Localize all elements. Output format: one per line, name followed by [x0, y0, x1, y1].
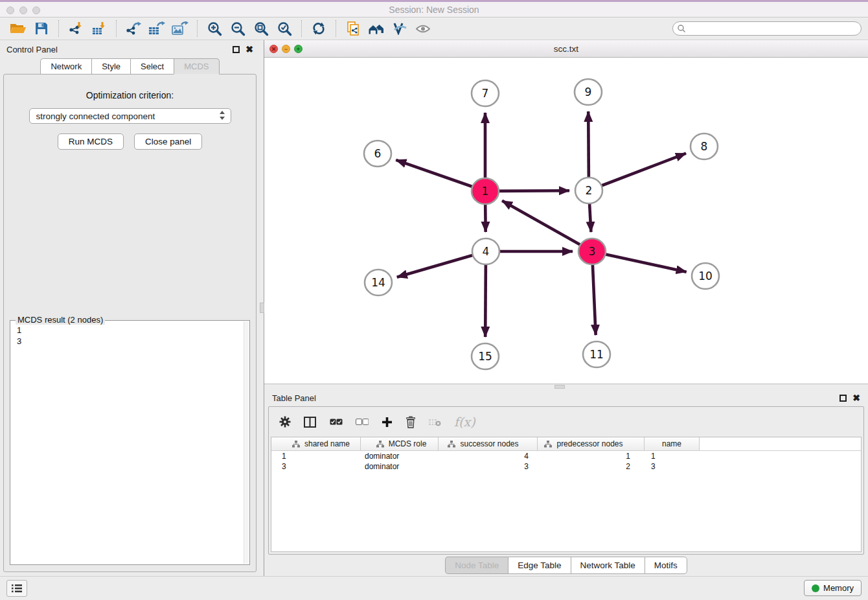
cell-mcds-role[interactable]: dominator — [361, 451, 439, 461]
cell-successor-nodes[interactable]: 4 — [439, 451, 538, 461]
select-all-icon[interactable] — [330, 419, 343, 425]
search-input[interactable] — [686, 24, 857, 33]
task-list-button[interactable] — [6, 580, 27, 597]
tab-mcds[interactable]: MCDS — [174, 58, 219, 75]
export-network-icon[interactable] — [122, 19, 145, 38]
search-field[interactable] — [672, 21, 862, 36]
cell-mcds-role[interactable]: dominator — [361, 461, 439, 472]
function-icon: f(x) — [454, 415, 475, 429]
splitter-handle[interactable] — [260, 303, 264, 313]
cell-shared-name[interactable]: 3 — [271, 461, 361, 472]
column-header-mcds-role[interactable]: MCDS role — [361, 437, 439, 450]
graph-node-1[interactable]: 1 — [472, 178, 499, 204]
export-table-icon[interactable] — [145, 19, 168, 38]
optimization-criterion-label: Optimization criterion: — [86, 90, 174, 100]
graph-edge-2-8[interactable] — [589, 154, 686, 190]
cell-successor-nodes[interactable]: 3 — [439, 461, 538, 472]
graph-node-9[interactable]: 9 — [575, 79, 602, 105]
node-table: shared name MCDS role successor nodes — [271, 437, 862, 552]
toolbar-separator — [197, 20, 198, 37]
vertical-splitter[interactable] — [260, 40, 264, 576]
maximize-network-icon[interactable]: + — [294, 45, 303, 53]
graph-node-8[interactable]: 8 — [691, 133, 718, 159]
float-panel-icon[interactable] — [233, 46, 240, 53]
minimize-window-icon[interactable] — [19, 6, 27, 14]
svg-text:2: 2 — [586, 184, 593, 197]
result-scrollbar[interactable] — [244, 321, 249, 564]
horizontal-splitter[interactable] — [264, 384, 868, 389]
toolbar-separator — [58, 20, 59, 37]
tab-motifs[interactable]: Motifs — [645, 557, 687, 574]
svg-text:9: 9 — [585, 86, 592, 98]
graph-node-2[interactable]: 2 — [575, 178, 602, 203]
open-folder-icon[interactable] — [6, 19, 30, 38]
close-panel-button[interactable]: Close panel — [134, 133, 202, 150]
export-image-icon[interactable] — [168, 19, 192, 38]
copy-network-icon[interactable] — [341, 19, 365, 38]
graph-edge-3-1[interactable] — [502, 201, 592, 251]
tab-edge-table[interactable]: Edge Table — [508, 557, 570, 574]
tab-node-table[interactable]: Node Table — [445, 557, 508, 574]
zoom-fit-icon[interactable] — [249, 19, 273, 38]
delete-icon[interactable] — [405, 416, 416, 428]
save-icon[interactable] — [30, 19, 53, 38]
column-header-shared-name[interactable]: shared name — [271, 437, 361, 450]
import-network-icon[interactable] — [64, 19, 87, 38]
tab-network-table[interactable]: Network Table — [571, 557, 645, 574]
close-window-icon[interactable] — [6, 6, 14, 14]
network-window-title: scc.txt — [554, 44, 578, 54]
graph-node-7[interactable]: 7 — [472, 80, 499, 106]
cell-predecessor-nodes[interactable]: 2 — [538, 461, 645, 472]
graph-edge-3-10[interactable] — [592, 251, 687, 272]
float-panel-icon[interactable] — [839, 395, 847, 402]
status-bar: Memory — [0, 576, 868, 599]
gear-icon[interactable] — [279, 416, 291, 428]
columns-icon[interactable] — [304, 417, 317, 428]
tab-network[interactable]: Network — [40, 58, 91, 75]
minimize-network-icon[interactable]: − — [282, 45, 290, 53]
table-panel-title: Table Panel — [272, 393, 316, 403]
visual-style-icon[interactable] — [388, 19, 411, 38]
mcds-result-line: 3 — [17, 336, 243, 347]
chevron-updown-icon — [219, 110, 225, 122]
graph-node-11[interactable]: 11 — [583, 341, 610, 367]
graph-node-3[interactable]: 3 — [578, 238, 606, 264]
cell-shared-name[interactable]: 1 — [271, 451, 361, 461]
zoom-selected-icon[interactable] — [273, 19, 296, 38]
add-icon[interactable] — [382, 417, 393, 428]
tab-style[interactable]: Style — [91, 58, 130, 75]
close-network-icon[interactable]: ✕ — [269, 45, 278, 53]
run-mcds-button[interactable]: Run MCDS — [58, 133, 124, 150]
zoom-in-icon[interactable] — [203, 19, 226, 38]
column-header-successor-nodes[interactable]: successor nodes — [439, 437, 538, 450]
deselect-all-icon[interactable] — [356, 419, 369, 425]
right-stack: ✕ − + scc.txt 7968124314101511 — [264, 40, 868, 576]
graph-node-10[interactable]: 10 — [692, 263, 719, 289]
column-header-predecessor-nodes[interactable]: predecessor nodes — [538, 437, 645, 450]
graph-node-14[interactable]: 14 — [365, 270, 392, 295]
cell-predecessor-nodes[interactable]: 1 — [538, 451, 645, 461]
graph-node-6[interactable]: 6 — [364, 141, 391, 167]
memory-button[interactable]: Memory — [804, 580, 862, 596]
import-table-icon[interactable] — [87, 19, 111, 38]
table-row[interactable]: 3 dominator 3 2 3 — [271, 461, 861, 472]
svg-text:15: 15 — [478, 350, 492, 363]
criterion-select[interactable]: strongly connected component — [29, 108, 231, 124]
zoom-window-icon[interactable] — [32, 6, 40, 14]
cell-name[interactable]: 1 — [645, 451, 700, 461]
eye-icon — [411, 19, 435, 38]
tab-select[interactable]: Select — [130, 58, 174, 75]
graph-node-15[interactable]: 15 — [472, 343, 499, 369]
network-canvas[interactable]: 7968124314101511 — [264, 58, 868, 384]
svg-text:7: 7 — [482, 87, 489, 100]
home-icon[interactable] — [365, 19, 388, 38]
close-panel-icon[interactable]: ✖ — [246, 46, 253, 53]
column-header-name[interactable]: name — [645, 437, 700, 450]
table-row[interactable]: 1 dominator 4 1 1 — [271, 451, 861, 461]
close-panel-icon[interactable]: ✖ — [852, 395, 860, 402]
splitter-handle[interactable] — [554, 385, 565, 389]
cell-name[interactable]: 3 — [645, 461, 700, 472]
graph-node-4[interactable]: 4 — [472, 238, 499, 264]
zoom-out-icon[interactable] — [226, 19, 249, 38]
refresh-icon[interactable] — [307, 19, 330, 38]
